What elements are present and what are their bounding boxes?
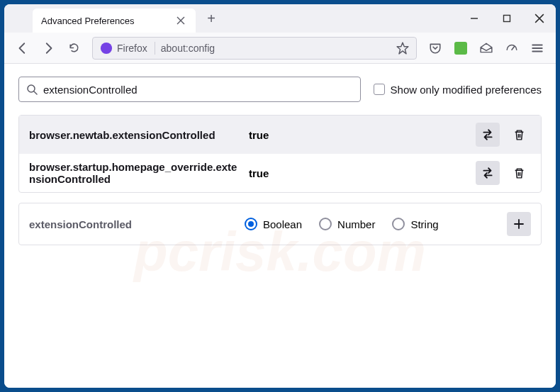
config-search-box[interactable] — [18, 77, 361, 102]
close-tab-icon[interactable] — [174, 14, 187, 27]
url-text: about:config — [161, 43, 391, 54]
swap-icon — [481, 128, 494, 141]
close-window-button[interactable] — [523, 4, 556, 33]
search-input[interactable] — [43, 84, 353, 96]
pref-row: browser.startup.homepage_override.extens… — [19, 154, 541, 192]
trash-icon — [513, 167, 525, 179]
delete-button[interactable] — [507, 123, 531, 147]
radio-icon — [319, 218, 332, 230]
radio-icon — [392, 218, 405, 230]
checkbox-icon[interactable] — [374, 84, 385, 95]
pref-row: browser.newtab.extensionControlled true — [19, 116, 541, 154]
type-number-radio[interactable]: Number — [319, 218, 375, 230]
plus-icon — [513, 218, 525, 230]
add-pref-button[interactable] — [507, 212, 531, 236]
browser-toolbar: Firefox about:config — [4, 33, 556, 64]
reload-button[interactable] — [62, 37, 85, 60]
pref-name: browser.newtab.extensionControlled — [29, 129, 242, 141]
new-tab-button[interactable]: + — [201, 9, 221, 28]
bookmark-star-icon[interactable] — [396, 42, 409, 55]
new-pref-row: extensionControlled Boolean Number Strin… — [18, 203, 542, 245]
url-bar[interactable]: Firefox about:config — [92, 37, 417, 60]
radio-label: String — [410, 218, 438, 230]
toggle-button[interactable] — [476, 161, 500, 185]
pref-value: true — [249, 129, 469, 141]
identity-box[interactable]: Firefox — [100, 42, 155, 55]
trash-icon — [513, 129, 525, 141]
window-titlebar: Advanced Preferences + — [4, 4, 556, 33]
inbox-icon[interactable] — [475, 37, 498, 60]
new-pref-name: extensionControlled — [29, 218, 228, 230]
preferences-table: browser.newtab.extensionControlled true … — [18, 115, 542, 193]
pref-value: true — [249, 167, 469, 179]
menu-button[interactable] — [526, 37, 549, 60]
toggle-button[interactable] — [476, 123, 500, 147]
type-boolean-radio[interactable]: Boolean — [245, 218, 302, 230]
svg-rect-0 — [504, 16, 510, 22]
browser-tab[interactable]: Advanced Preferences — [33, 9, 196, 33]
tab-title: Advanced Preferences — [41, 16, 174, 26]
firefox-icon — [100, 42, 113, 55]
delete-button[interactable] — [507, 161, 531, 185]
swap-icon — [481, 167, 494, 179]
minimize-button[interactable] — [458, 4, 491, 33]
dashboard-icon[interactable] — [500, 37, 523, 60]
maximize-button[interactable] — [491, 4, 523, 33]
pocket-icon[interactable] — [424, 37, 447, 60]
type-string-radio[interactable]: String — [392, 218, 438, 230]
show-modified-label: Show only modified preferences — [391, 84, 542, 96]
show-modified-toggle[interactable]: Show only modified preferences — [374, 84, 542, 96]
pref-name: browser.startup.homepage_override.extens… — [29, 161, 242, 185]
back-button[interactable] — [11, 37, 34, 60]
forward-button[interactable] — [37, 37, 60, 60]
radio-label: Number — [337, 218, 375, 230]
identity-label: Firefox — [117, 43, 147, 54]
radio-label: Boolean — [263, 218, 302, 230]
svg-point-1 — [101, 42, 112, 53]
search-icon — [26, 84, 38, 95]
radio-icon — [245, 218, 257, 230]
extension-icon[interactable] — [449, 37, 472, 60]
page-content: pcrisk.com Show only modified preference… — [4, 64, 556, 388]
